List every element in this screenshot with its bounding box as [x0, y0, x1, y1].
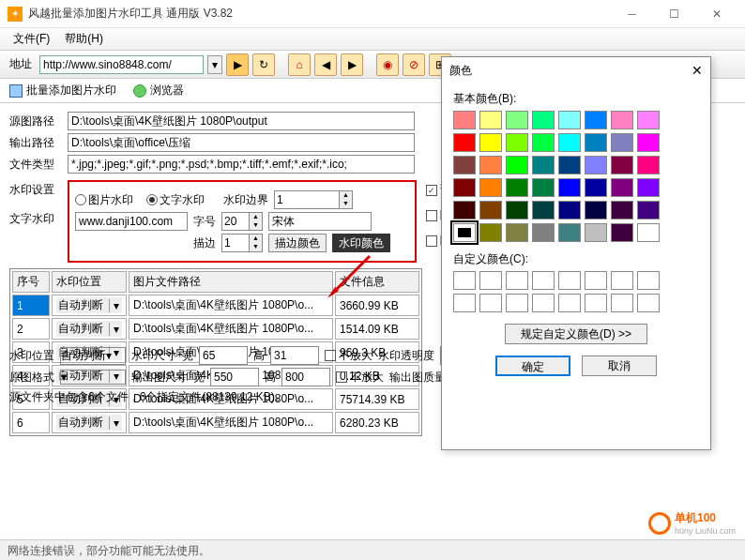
col-pos[interactable]: 水印位置	[52, 271, 127, 293]
color-swatch[interactable]	[585, 111, 607, 129]
color-swatch[interactable]	[532, 111, 555, 129]
wm-color-button[interactable]: 水印颜色	[332, 234, 390, 252]
home-button[interactable]: ⌂	[288, 53, 311, 76]
radio-image-wm[interactable]: 图片水印	[75, 192, 133, 208]
menu-help[interactable]: 帮助(H)	[57, 29, 111, 49]
maximize-button[interactable]: ☐	[653, 0, 695, 28]
color-swatch[interactable]	[479, 201, 502, 219]
pos-combo[interactable]: 自动判断▾	[60, 347, 126, 365]
no-enlarge-checkbox[interactable]: 不放大	[325, 348, 372, 364]
define-custom-button[interactable]: 规定自定义颜色(D) >>	[505, 324, 647, 344]
color-swatch[interactable]	[611, 178, 633, 197]
color-swatch[interactable]	[453, 156, 476, 174]
color-swatch[interactable]	[558, 178, 581, 197]
tool2-button[interactable]: ⊘	[403, 53, 425, 76]
color-swatch[interactable]	[506, 111, 528, 129]
color-swatch[interactable]	[637, 201, 660, 219]
color-swatch[interactable]	[453, 201, 476, 219]
wm-width-input[interactable]	[199, 346, 248, 365]
color-swatch[interactable]	[506, 156, 528, 174]
stroke-color-button[interactable]: 描边颜色	[268, 234, 327, 252]
color-swatch[interactable]	[611, 201, 633, 219]
table-row[interactable]: 6自动判断▾D:\tools\桌面\4K壁纸图片 1080P\o...6280.…	[12, 412, 419, 433]
color-swatch[interactable]	[637, 223, 660, 242]
tool1-button[interactable]: ◉	[376, 53, 399, 76]
color-swatch[interactable]	[532, 223, 555, 242]
color-swatch[interactable]	[532, 178, 555, 197]
go-button[interactable]: ▶	[226, 53, 249, 76]
color-swatch[interactable]	[558, 111, 581, 129]
color-swatch[interactable]	[637, 133, 660, 152]
margin-spinner[interactable]: ▲▼	[340, 190, 353, 209]
color-swatch[interactable]	[637, 156, 660, 174]
color-swatch[interactable]	[585, 178, 607, 197]
color-swatch[interactable]	[453, 178, 476, 197]
font-size-spinner[interactable]: ▲▼	[250, 212, 263, 231]
font-size-input[interactable]	[221, 212, 250, 231]
custom-swatch[interactable]	[453, 271, 476, 290]
opacity-label: 水印透明度	[378, 348, 434, 364]
back-button[interactable]: ◀	[314, 53, 337, 76]
margin-input[interactable]	[274, 190, 340, 209]
radio-text-wm[interactable]: 文字水印	[146, 192, 205, 208]
src-path-input[interactable]	[68, 112, 415, 130]
color-swatch[interactable]	[585, 133, 607, 152]
color-swatch[interactable]	[637, 111, 660, 129]
no-enlarge2-checkbox[interactable]: 不放大	[336, 370, 384, 386]
table-row[interactable]: 1自动判断▾D:\tools\桌面\4K壁纸图片 1080P\o...3660.…	[12, 295, 419, 316]
font-name-input[interactable]	[268, 212, 372, 231]
tab-browser[interactable]: 浏览器	[129, 81, 188, 100]
color-swatch[interactable]	[506, 178, 528, 197]
col-no[interactable]: 序号	[12, 271, 50, 293]
stroke-spinner[interactable]: ▲▼	[250, 234, 263, 252]
color-swatch[interactable]	[558, 201, 581, 219]
out-width-input[interactable]	[210, 368, 259, 386]
color-swatch[interactable]	[532, 201, 555, 219]
color-swatch[interactable]	[611, 156, 633, 174]
color-swatch[interactable]	[479, 111, 502, 129]
file-type-input[interactable]	[68, 155, 415, 174]
color-swatch[interactable]	[506, 201, 528, 219]
color-swatch[interactable]	[611, 223, 633, 242]
minimize-button[interactable]: ─	[611, 0, 653, 28]
address-input[interactable]	[39, 55, 204, 74]
color-swatch[interactable]	[506, 223, 528, 242]
close-button[interactable]: ✕	[695, 0, 737, 28]
color-swatch[interactable]	[585, 223, 607, 242]
color-dialog-close[interactable]: ✕	[692, 63, 703, 78]
menu-file[interactable]: 文件(F)	[6, 29, 57, 49]
tab-watermark[interactable]: 批量添加图片水印	[6, 81, 120, 100]
color-swatch[interactable]	[479, 133, 502, 152]
color-swatch[interactable]	[453, 111, 476, 129]
color-swatch[interactable]	[479, 156, 502, 174]
wm-height-input[interactable]	[270, 346, 319, 365]
orig-fmt-combo[interactable]: ▾	[60, 370, 126, 385]
stroke-input[interactable]	[221, 234, 250, 252]
color-swatch[interactable]	[479, 223, 502, 242]
color-cancel-button[interactable]: 取消	[582, 356, 657, 376]
color-swatch[interactable]	[585, 156, 607, 174]
color-swatch[interactable]	[479, 178, 502, 197]
color-swatch[interactable]	[611, 133, 633, 152]
refresh-button[interactable]: ↻	[252, 53, 275, 76]
color-swatch[interactable]	[532, 133, 555, 152]
forward-button[interactable]: ▶	[341, 53, 363, 76]
color-swatch[interactable]	[611, 111, 633, 129]
col-path[interactable]: 图片文件路径	[129, 271, 333, 293]
color-swatch[interactable]	[585, 201, 607, 219]
color-swatch[interactable]	[558, 223, 581, 242]
text-wm-input[interactable]	[75, 212, 188, 231]
out-path-input[interactable]	[68, 133, 415, 152]
color-swatch[interactable]	[453, 133, 476, 152]
color-swatch[interactable]	[506, 133, 528, 152]
color-swatch[interactable]	[532, 156, 555, 174]
address-dropdown[interactable]: ▾	[207, 55, 222, 74]
color-swatch[interactable]	[453, 223, 476, 242]
color-ok-button[interactable]: 确定	[495, 356, 570, 376]
table-row[interactable]: 2自动判断▾D:\tools\桌面\4K壁纸图片 1080P\o...1514.…	[12, 318, 419, 340]
color-swatch[interactable]	[558, 133, 581, 152]
color-swatch[interactable]	[558, 156, 581, 174]
col-info[interactable]: 文件信息	[335, 271, 419, 293]
out-height-input[interactable]	[281, 368, 330, 386]
color-swatch[interactable]	[637, 178, 660, 197]
